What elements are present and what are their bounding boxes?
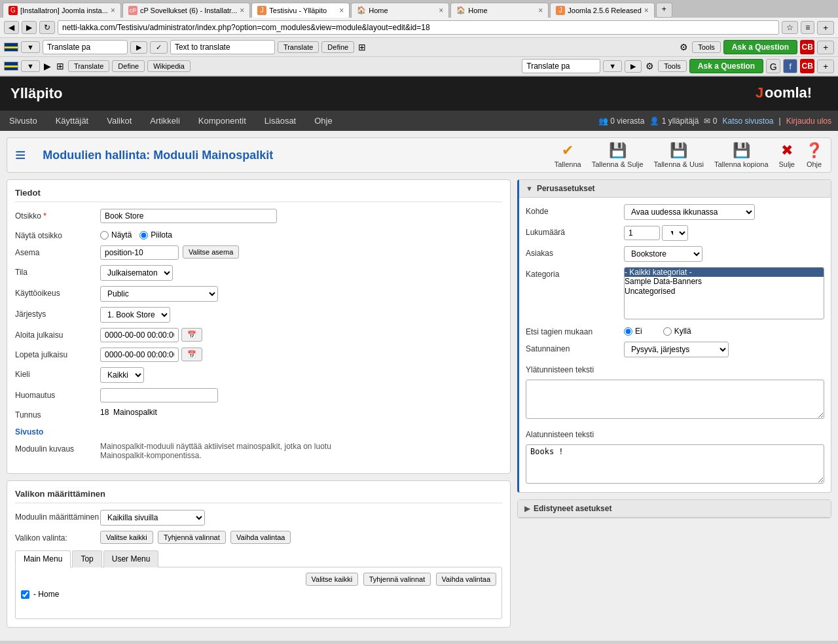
clear-selection-btn-1[interactable]: Tyhjennä valinnat (158, 531, 226, 544)
menu-button[interactable]: ≡ (801, 21, 814, 34)
valitse-asema-button[interactable]: Valitse asema (183, 245, 239, 259)
select-all-btn-1[interactable]: Valitse kaikki (100, 531, 153, 544)
select-all-btn-2[interactable]: Valitse kaikki (306, 573, 359, 586)
toolbar-pa-arrow[interactable]: ▶ (625, 60, 642, 73)
back-button[interactable]: ◀ (4, 21, 19, 34)
lopeta-calendar-btn[interactable]: 📅 (181, 348, 202, 361)
nayta-radio-label[interactable]: Näytä (100, 230, 132, 240)
translate-pa-select-2[interactable] (522, 59, 600, 73)
asiakas-select[interactable]: Bookstore (624, 246, 702, 262)
kategoria-select[interactable]: - Kaikki kategoriat - Sample Data-Banner… (624, 267, 824, 319)
ylatunniste-textarea[interactable] (526, 380, 824, 419)
help-action[interactable]: ❓ Ohje (805, 142, 823, 168)
add-button-1[interactable]: + (817, 41, 834, 54)
asema-input[interactable] (100, 245, 179, 260)
tab-3[interactable]: J Testisivu - Ylläpito × (251, 3, 350, 18)
nav-ohje[interactable]: Ohje (305, 111, 341, 131)
toolbar-grid-icon[interactable]: ⊞ (357, 41, 367, 54)
otsikko-input[interactable] (100, 209, 277, 223)
tab-5[interactable]: 🏠 Home × (450, 3, 549, 18)
tab-main-menu[interactable]: Main Menu (15, 550, 71, 567)
nav-lisaosat[interactable]: Lisäosat (255, 111, 305, 131)
tab-1-close[interactable]: × (111, 6, 115, 15)
lopeta-input[interactable] (100, 348, 179, 362)
toolbar-arrow-icon-2[interactable]: ▶ (43, 60, 52, 73)
tab-6[interactable]: J Joomla 2.5.6 Released × (550, 3, 655, 18)
aloita-input[interactable] (100, 328, 179, 342)
aloita-calendar-btn[interactable]: 📅 (181, 328, 202, 342)
wikipedia-button[interactable]: Wikipedia (147, 60, 191, 72)
home-checkbox[interactable] (21, 590, 29, 599)
tab-4-close[interactable]: × (439, 6, 443, 15)
translate-button-1[interactable]: Translate (278, 41, 319, 53)
address-bar[interactable] (58, 20, 779, 35)
etsi-kylla-label[interactable]: Kyllä (663, 327, 691, 336)
tab-1[interactable]: G [Installatron] Joomla insta... × (3, 3, 121, 18)
nav-valikot[interactable]: Valikot (98, 111, 141, 131)
kayttooikeus-select[interactable]: Public (100, 286, 218, 302)
nav-komponentit[interactable]: Komponentit (189, 111, 255, 131)
text-to-translate-input[interactable] (170, 40, 275, 54)
etsi-ei-radio[interactable] (624, 327, 632, 336)
etsi-kylla-radio[interactable] (663, 327, 672, 336)
tab-user-menu[interactable]: User Menu (103, 550, 159, 567)
nav-kayttajat[interactable]: Käyttäjät (46, 111, 98, 131)
logout-link[interactable]: Kirjaudu ulos (786, 116, 831, 126)
tab-2[interactable]: cP cP Sovellukset (6) - Installatr... × (122, 3, 250, 18)
define-button-2[interactable]: Define (112, 60, 145, 72)
bookmark-button[interactable]: ☆ (782, 21, 798, 34)
toolbar-box-icon-2[interactable]: ⊞ (55, 60, 65, 73)
ask-question-button-1[interactable]: Ask a Question (723, 40, 797, 54)
add-button-2[interactable]: + (817, 60, 834, 73)
swap-selection-btn-1[interactable]: Vaihda valintaa (230, 531, 291, 544)
tools-button-2[interactable]: Tools (658, 60, 687, 72)
translate-pa-select[interactable] (43, 40, 128, 54)
perusasetukset-header[interactable]: ▼ Perusasetukset (519, 180, 831, 198)
tila-select[interactable]: Julkaisematon (100, 265, 173, 281)
nav-artikkeli[interactable]: Artikkeli (141, 111, 189, 131)
jarjestys-select[interactable]: 1. Book Store (100, 307, 170, 323)
save-action[interactable]: ✔ Tallenna (555, 142, 581, 168)
save-copy-action[interactable]: 💾 Tallenna kopiona (714, 142, 769, 168)
tab-top[interactable]: Top (72, 550, 101, 567)
translate-button-2[interactable]: Translate (68, 60, 109, 72)
forward-button[interactable]: ▶ (22, 21, 37, 34)
define-button-1[interactable]: Define (321, 41, 354, 53)
toolbar-pa-dropdown[interactable]: ▼ (603, 60, 622, 72)
huomautus-input[interactable] (100, 388, 218, 402)
tab-3-close[interactable]: × (339, 6, 344, 15)
tools-icon-1[interactable]: ⚙ (678, 41, 689, 54)
view-site-link[interactable]: Katso sivustoa (722, 116, 773, 126)
toolbar-dropdown-1[interactable]: ▼ (21, 41, 40, 53)
satunnainen-select[interactable]: Pysyvä, järjestys (624, 342, 729, 357)
piilota-radio[interactable] (139, 231, 148, 240)
tab-2-close[interactable]: × (240, 6, 244, 15)
lukumaara-input[interactable] (624, 226, 660, 240)
save-close-action[interactable]: 💾 Tallenna & Sulje (592, 142, 644, 168)
edistyneet-header[interactable]: ▶ Edistyneet asetukset (518, 500, 831, 518)
kohde-select[interactable]: Avaa uudessa ikkunassa (624, 204, 755, 220)
new-window-button[interactable]: + (817, 21, 834, 35)
tools-icon-2[interactable]: ⚙ (644, 60, 655, 73)
tab-4[interactable]: 🏠 Home × (351, 3, 449, 18)
alatunniste-textarea[interactable]: Books ! (526, 444, 824, 484)
toolbar-arrow-btn-1[interactable]: ▶ (130, 41, 147, 54)
kieli-select[interactable]: Kaikki (100, 367, 144, 383)
tab-6-close[interactable]: × (644, 6, 649, 15)
refresh-button[interactable]: ↻ (39, 21, 55, 34)
ask-question-button-2[interactable]: Ask a Question (689, 59, 763, 73)
moduulin-maarittaminen-select[interactable]: Kaikilla sivuilla (100, 510, 205, 526)
toolbar-dropdown-2[interactable]: ▼ (21, 60, 40, 72)
nayta-radio[interactable] (100, 231, 109, 240)
clear-selection-btn-2[interactable]: Tyhjennä valinnat (363, 573, 431, 586)
piilota-radio-label[interactable]: Piilota (139, 230, 172, 240)
tools-button-1[interactable]: Tools (692, 41, 721, 53)
tab-5-close[interactable]: × (538, 6, 543, 15)
nav-sivusto[interactable]: Sivusto (0, 111, 46, 131)
save-new-action[interactable]: 💾 Tallenna & Uusi (654, 142, 704, 168)
etsi-ei-label[interactable]: Ei (624, 327, 642, 336)
translate-check-btn[interactable]: ✓ (150, 41, 168, 54)
swap-selection-btn-2[interactable]: Vaihda valintaa (436, 573, 496, 586)
lukumaara-select[interactable]: ▼ (662, 225, 688, 241)
new-tab-button[interactable]: + (656, 3, 672, 18)
